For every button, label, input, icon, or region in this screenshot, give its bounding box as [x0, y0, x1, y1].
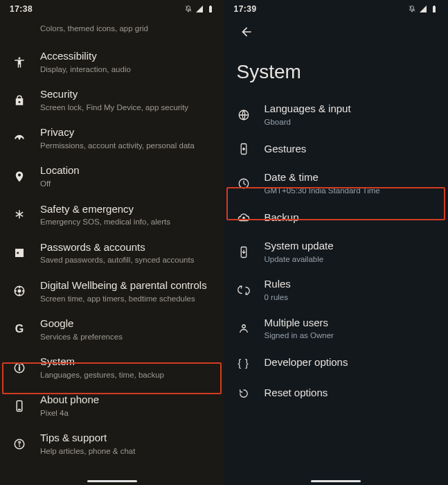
home-indicator[interactable] [311, 480, 361, 482]
setting-subtitle: Languages, gestures, time, backup [40, 370, 164, 380]
globe-icon [234, 107, 253, 123]
dnd-icon [408, 5, 416, 13]
setting-subtitle: Permissions, account activity, personal … [40, 141, 195, 150]
key-icon [10, 245, 29, 261]
status-bar: 17:39 [224, 0, 449, 15]
system-item-datetime[interactable]: Date & timeGMT+05:30 India Standard Time [224, 164, 449, 202]
settings-list: Colors, themed icons, app grid Accessibi… [0, 15, 224, 468]
settings-item-accessibility[interactable]: AccessibilityDisplay, interaction, audio [0, 43, 224, 81]
phone-icon [10, 398, 29, 414]
settings-item-about[interactable]: About phonePixel 4a [0, 387, 224, 425]
setting-title: Privacy [40, 126, 195, 139]
setting-subtitle: Display, interaction, audio [40, 64, 131, 74]
system-item-rules[interactable]: Rules0 rules [224, 271, 449, 309]
back-arrow-icon [240, 25, 253, 39]
setting-subtitle: GMT+05:30 India Standard Time [265, 186, 380, 195]
info-icon [10, 360, 29, 376]
palette-icon [10, 19, 29, 36]
setting-subtitle: Screen lock, Find My Device, app securit… [40, 103, 188, 112]
system-settings-screen: 17:39 System Languages & inputGboard Ges… [224, 0, 449, 485]
system-item-users[interactable]: Multiple usersSigned in as Owner [224, 310, 449, 348]
settings-item-google[interactable]: G GoogleServices & preferences [0, 310, 224, 349]
setting-title: Backup [265, 211, 299, 224]
battery-icon [430, 5, 438, 13]
setting-title: Digital Wellbeing & parental controls [40, 279, 207, 292]
settings-item-privacy[interactable]: PrivacyPermissions, account activity, pe… [0, 119, 224, 157]
settings-item-system[interactable]: SystemLanguages, gestures, time, backup [0, 349, 224, 387]
google-icon: G [10, 321, 29, 337]
setting-title: About phone [40, 394, 99, 407]
rules-icon [234, 282, 253, 299]
setting-title: Rules [265, 278, 291, 291]
system-item-languages[interactable]: Languages & inputGboard [224, 96, 449, 134]
system-item-developer[interactable]: { } Developer options [224, 348, 449, 378]
developer-icon: { } [234, 355, 253, 371]
setting-title: Reset options [265, 387, 328, 400]
back-button[interactable] [237, 22, 256, 42]
setting-title: Tips & support [40, 432, 135, 445]
setting-title: Languages & input [265, 103, 351, 116]
setting-subtitle: 0 rules [265, 292, 291, 302]
wellbeing-icon [10, 283, 29, 299]
settings-item-tips[interactable]: Tips & supportHelp articles, phone & cha… [0, 425, 224, 463]
system-item-reset[interactable]: Reset options [224, 378, 449, 409]
setting-title: System [40, 355, 164, 369]
setting-subtitle: Help articles, phone & chat [40, 446, 135, 456]
settings-item-safety[interactable]: Safety & emergencyEmergency SOS, medical… [0, 196, 224, 234]
setting-subtitle: Off [40, 179, 80, 188]
setting-title: Gestures [265, 143, 307, 156]
setting-title: Multiple users [265, 317, 334, 330]
setting-subtitle: Emergency SOS, medical info, alerts [40, 217, 170, 227]
setting-title: Passwords & accounts [40, 241, 194, 254]
system-list: Languages & inputGboard Gestures Date & … [224, 96, 449, 414]
setting-title: Security [40, 88, 188, 101]
system-item-update[interactable]: System updateUpdate available [224, 233, 449, 271]
page-title: System [224, 42, 449, 96]
setting-subtitle: Signed in as Owner [265, 330, 334, 340]
status-icons [408, 5, 438, 13]
privacy-icon [10, 130, 29, 147]
dnd-icon [184, 5, 192, 13]
gesture-icon [234, 141, 253, 157]
home-indicator[interactable] [87, 480, 137, 482]
setting-title: Developer options [265, 356, 348, 369]
setting-subtitle: Services & preferences [40, 332, 123, 342]
system-item-gestures[interactable]: Gestures [224, 134, 449, 164]
setting-subtitle: Gboard [265, 117, 351, 127]
status-bar: 17:38 [0, 0, 224, 15]
system-update-icon [234, 244, 253, 261]
settings-item-wellbeing[interactable]: Digital Wellbeing & parental controlsScr… [0, 272, 224, 310]
setting-subtitle: Pixel 4a [40, 408, 99, 418]
system-item-backup[interactable]: Backup [224, 202, 449, 233]
setting-subtitle: Update available [265, 254, 334, 264]
settings-main-screen: 17:38 Colors, themed icons, app grid Acc… [0, 0, 224, 485]
status-time: 17:39 [234, 4, 257, 14]
settings-item-passwords[interactable]: Passwords & accountsSaved passwords, aut… [0, 234, 224, 272]
clock-icon [234, 175, 253, 192]
status-time: 17:38 [10, 4, 33, 14]
setting-subtitle: Saved passwords, autofill, synced accoun… [40, 255, 194, 265]
setting-subtitle: Screen time, app timers, bedtime schedul… [40, 294, 207, 303]
setting-subtitle: Colors, themed icons, app grid [40, 24, 148, 33]
asterisk-icon [10, 206, 29, 223]
accessibility-icon [10, 54, 29, 71]
settings-item-location[interactable]: LocationOff [0, 157, 224, 195]
battery-icon [206, 5, 215, 13]
cloud-icon [234, 209, 253, 226]
help-icon [10, 436, 29, 452]
settings-item-wallpaper[interactable]: Colors, themed icons, app grid [0, 15, 224, 43]
setting-title: Google [40, 317, 123, 330]
lock-icon [10, 92, 29, 109]
setting-title: Accessibility [40, 50, 131, 63]
setting-title: Location [40, 164, 80, 177]
status-icons [184, 5, 215, 13]
setting-title: Safety & emergency [40, 203, 170, 216]
reset-icon [234, 385, 253, 402]
setting-title: Date & time [265, 171, 380, 184]
location-icon [10, 168, 29, 185]
setting-title: System update [265, 240, 334, 253]
users-icon [234, 320, 253, 337]
settings-item-security[interactable]: SecurityScreen lock, Find My Device, app… [0, 81, 224, 119]
signal-icon [195, 5, 204, 13]
signal-icon [419, 5, 427, 13]
